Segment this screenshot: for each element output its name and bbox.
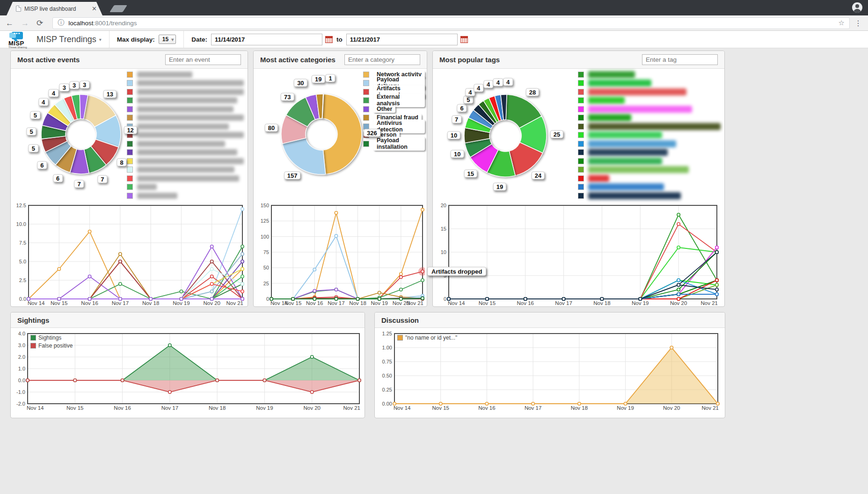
date-to-input[interactable]	[346, 34, 458, 45]
legend-swatch-icon	[578, 80, 584, 86]
browser-profile-avatar[interactable]	[852, 2, 862, 13]
legend-swatch-icon	[127, 115, 133, 121]
legend-blurred-text	[588, 149, 668, 156]
calendar-icon[interactable]	[460, 36, 468, 43]
legend-blurred-text	[137, 89, 244, 95]
donut-value-label: 25	[550, 130, 563, 138]
max-display-label: Max display:	[117, 36, 155, 43]
legend-swatch-icon	[578, 175, 584, 182]
chart-inset-legend: "no name or id yet..."	[397, 334, 457, 341]
donut-value-label: 4	[483, 80, 493, 88]
category-search-input[interactable]	[344, 54, 420, 65]
misp-logo: MISP Threat Sharing	[7, 31, 32, 48]
browser-menu-icon[interactable]: ⋮	[854, 19, 862, 28]
legend-item	[578, 183, 721, 192]
svg-text:Nov 18: Nov 18	[593, 300, 610, 306]
date-from-input[interactable]	[211, 34, 322, 45]
legend-item	[578, 87, 721, 96]
address-bar[interactable]: ⓘ localhost :8001/trendings ☆	[52, 17, 850, 29]
svg-text:125: 125	[261, 218, 269, 224]
legend-label: Other	[373, 106, 395, 113]
donut-value-label: 6	[53, 174, 63, 182]
svg-text:15: 15	[441, 226, 446, 232]
legend-swatch-icon	[127, 149, 133, 155]
svg-text:Nov 19: Nov 19	[256, 405, 273, 411]
refresh-icon[interactable]: ⟳	[36, 19, 43, 27]
legend-swatch-icon	[363, 89, 369, 95]
legend-item	[127, 79, 244, 88]
donut-value-label: 1	[326, 74, 336, 82]
legend-blurred-text	[137, 97, 237, 103]
svg-text:Nov 15: Nov 15	[66, 405, 83, 411]
legend-swatch-icon	[127, 141, 133, 147]
legend-swatch-icon	[363, 115, 369, 121]
svg-text:Nov 17: Nov 17	[525, 405, 541, 411]
svg-text:0.0: 0.0	[19, 296, 26, 302]
svg-text:0.0: 0.0	[18, 378, 25, 383]
legend-label: Sightings	[38, 334, 61, 341]
legend-blurred-text	[137, 193, 177, 199]
legend-swatch-icon	[30, 343, 36, 349]
legend-item	[578, 114, 721, 123]
svg-text:Nov 16: Nov 16	[114, 405, 131, 411]
legend-blurred-text	[588, 192, 681, 199]
event-search-input[interactable]	[165, 54, 241, 65]
legend-item	[578, 191, 721, 200]
legend-item	[127, 96, 244, 105]
legend-blurred-text	[588, 80, 651, 87]
legend-item	[578, 174, 721, 183]
forward-icon[interactable]: →	[21, 19, 29, 27]
donut-value-label: 24	[532, 171, 545, 179]
svg-text:25: 25	[263, 281, 269, 286]
legend-item	[127, 139, 244, 148]
svg-text:-2.0: -2.0	[16, 401, 25, 407]
page-info-icon[interactable]: ⓘ	[58, 19, 64, 27]
svg-text:Nov 14: Nov 14	[394, 405, 411, 411]
donut-value-label: 80	[265, 124, 278, 131]
categories-donut-chart: 326157807330191	[254, 69, 368, 203]
svg-text:Nov 18: Nov 18	[142, 300, 159, 306]
legend-label: Payload installation	[373, 137, 425, 151]
svg-text:10: 10	[441, 249, 446, 255]
new-tab-button[interactable]	[109, 5, 127, 12]
svg-text:Nov 14: Nov 14	[28, 300, 45, 306]
chevron-down-icon: ▾	[99, 37, 102, 42]
legend-item	[578, 131, 721, 140]
legend-blurred-text	[588, 97, 625, 104]
donut-value-label: 73	[281, 93, 294, 101]
max-display-select[interactable]: 15 ▾	[159, 35, 176, 44]
svg-text:Nov 20: Nov 20	[303, 405, 320, 411]
legend-blurred-text	[588, 131, 662, 138]
svg-text:-1.0: -1.0	[16, 389, 25, 395]
brand-section: MISP Threat Sharing MISP Trendings ▾	[0, 31, 109, 48]
panel-title: Most active categories	[260, 56, 336, 64]
svg-text:1.00: 1.00	[382, 345, 392, 350]
chevron-down-icon: ▾	[171, 37, 174, 42]
svg-text:Nov 16: Nov 16	[81, 300, 98, 306]
svg-text:Nov 19: Nov 19	[371, 300, 387, 306]
back-icon[interactable]: ←	[6, 19, 14, 27]
legend-blurred-text	[137, 72, 192, 78]
svg-text:0.75: 0.75	[382, 359, 392, 364]
legend-item	[127, 174, 244, 183]
legend-swatch-icon	[127, 80, 133, 86]
tag-search-input[interactable]	[642, 54, 718, 65]
svg-text:7.5: 7.5	[19, 240, 26, 246]
legend-item	[127, 183, 244, 192]
legend-blurred-text	[588, 71, 635, 78]
app-title-menu[interactable]: MISP Trendings	[36, 35, 96, 44]
donut-value-label: 5	[463, 96, 473, 104]
legend-blurred-text	[588, 88, 686, 95]
legend-blurred-text	[137, 141, 225, 147]
donut-value-label: 4	[49, 89, 58, 97]
donut-value-label: 10	[447, 131, 460, 139]
bookmark-star-icon[interactable]: ☆	[839, 19, 845, 27]
app-header: MISP Threat Sharing MISP Trendings ▾ Max…	[0, 31, 868, 48]
donut-value-label: 19	[312, 75, 325, 83]
svg-text:Nov 17: Nov 17	[328, 300, 344, 306]
calendar-icon[interactable]	[325, 36, 333, 43]
tab-title: MISP live dashboard	[24, 6, 89, 12]
tab-close-icon[interactable]: ✕	[92, 5, 97, 12]
donut-value-label: 6	[457, 104, 467, 112]
browser-tab[interactable]: MISP live dashboard ✕	[7, 2, 102, 15]
